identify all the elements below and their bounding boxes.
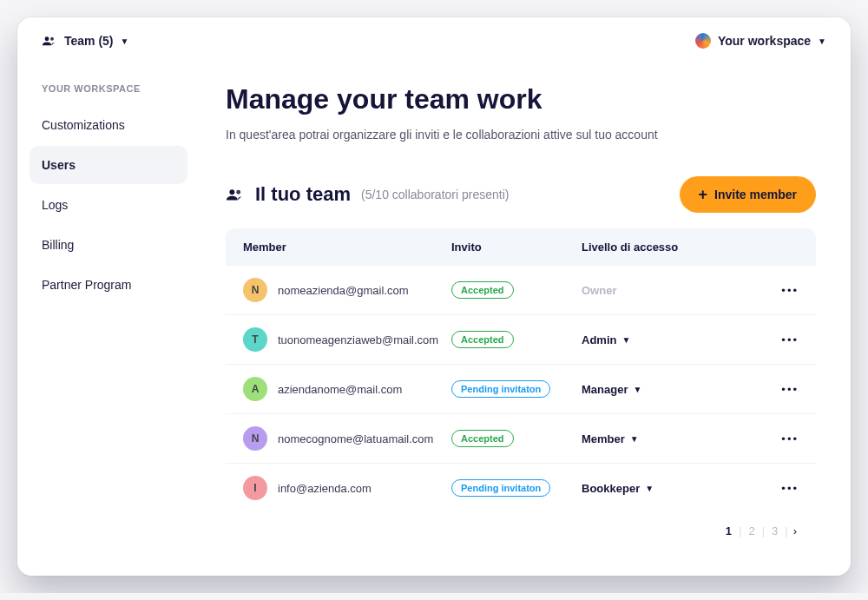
- workspace-avatar-icon: [695, 33, 711, 49]
- table-header-row: Member Invito Livello di accesso: [226, 228, 816, 266]
- page-title: Manage your team work: [226, 83, 816, 115]
- member-cell: Aaziendanome@mail.com: [243, 377, 451, 401]
- sidebar-item-users[interactable]: Users: [30, 146, 187, 184]
- member-email: nomecognome@latuamail.com: [278, 432, 433, 445]
- invite-cell: Pending invitaton: [451, 479, 582, 497]
- access-label: Manager: [582, 383, 628, 396]
- access-label: Member: [582, 432, 625, 445]
- th-invite: Invito: [451, 241, 582, 254]
- member-email: tuonomeagenziaweb@mail.com: [278, 333, 438, 346]
- row-actions-button[interactable]: •••: [764, 284, 799, 297]
- top-bar: Team (5) ▼ Your workspace ▼: [17, 17, 851, 57]
- page-3[interactable]: 3: [770, 524, 779, 537]
- row-actions-button[interactable]: •••: [764, 432, 799, 445]
- avatar: A: [243, 377, 267, 401]
- status-badge: Accepted: [451, 430, 514, 447]
- page-2[interactable]: 2: [746, 524, 756, 537]
- sidebar-item-billing[interactable]: Billing: [30, 226, 187, 264]
- separator: |: [739, 524, 741, 537]
- access-label: Owner: [582, 284, 616, 297]
- access-label: Bookkeper: [582, 482, 640, 495]
- th-actions: [764, 241, 799, 254]
- svg-point-3: [236, 190, 240, 195]
- team-selector[interactable]: Team (5) ▼: [42, 34, 128, 48]
- team-section-title: Il tuo team: [255, 183, 351, 206]
- access-level-selector[interactable]: Admin▼: [582, 333, 764, 346]
- workspace-selector[interactable]: Your workspace ▼: [695, 33, 826, 49]
- member-email: info@azienda.com: [278, 482, 372, 495]
- invite-member-button[interactable]: + Invite member: [680, 176, 816, 213]
- chevron-down-icon: ▼: [121, 36, 129, 46]
- invite-cell: Accepted: [451, 281, 582, 299]
- member-cell: Nnomeazienda@gmail.com: [243, 278, 451, 302]
- svg-point-1: [50, 37, 54, 41]
- avatar: N: [243, 426, 267, 451]
- workspace-label: Your workspace: [718, 34, 811, 48]
- status-badge: Accepted: [451, 331, 514, 348]
- sidebar-item-partner-program[interactable]: Partner Program: [30, 266, 187, 304]
- access-label: Admin: [582, 333, 616, 346]
- table-row: Nnomecognome@latuamail.comAcceptedMember…: [226, 414, 816, 464]
- avatar: N: [243, 278, 267, 302]
- team-selector-label: Team (5): [64, 34, 114, 48]
- invite-cell: Pending invitaton: [451, 380, 582, 398]
- member-cell: Iinfo@azienda.com: [243, 476, 451, 500]
- svg-point-0: [45, 36, 49, 41]
- member-cell: Nnomecognome@latuamail.com: [243, 426, 451, 451]
- row-actions-button[interactable]: •••: [764, 333, 799, 346]
- team-header-left: Il tuo team (5/10 collaboratori presenti…: [226, 183, 509, 206]
- sidebar-item-logs[interactable]: Logs: [30, 186, 187, 224]
- access-level-selector[interactable]: Member▼: [582, 432, 764, 445]
- invite-button-label: Invite member: [714, 188, 797, 201]
- pagination: 1|2|3|›: [226, 512, 816, 541]
- main-content: Manage your team work In quest'area potr…: [200, 57, 851, 576]
- page-subtitle: In quest'area potrai organizzare gli inv…: [226, 128, 816, 142]
- avatar: T: [243, 327, 267, 352]
- people-icon: [226, 188, 245, 201]
- team-section-count: (5/10 collaboratori presenti): [361, 188, 509, 201]
- row-actions-button[interactable]: •••: [764, 482, 799, 495]
- invite-cell: Accepted: [451, 331, 582, 348]
- access-level-selector[interactable]: Manager▼: [582, 383, 764, 396]
- table-row: Nnomeazienda@gmail.comAcceptedOwner•••: [226, 266, 816, 315]
- sidebar-item-customizations[interactable]: Customizations: [30, 106, 187, 144]
- access-level-selector: Owner: [582, 284, 764, 297]
- chevron-down-icon: ▼: [633, 385, 641, 394]
- access-level-selector[interactable]: Bookkeper▼: [582, 482, 764, 495]
- svg-point-2: [229, 189, 234, 195]
- separator: |: [785, 524, 787, 537]
- avatar: I: [243, 476, 267, 500]
- team-header: Il tuo team (5/10 collaboratori presenti…: [226, 176, 816, 213]
- chevron-down-icon: ▼: [621, 335, 630, 345]
- status-badge: Pending invitaton: [451, 380, 550, 398]
- app-window: Team (5) ▼ Your workspace ▼ YOUR WORKSPA…: [17, 17, 851, 576]
- sidebar: YOUR WORKSPACE CustomizationsUsersLogsBi…: [17, 57, 200, 576]
- member-email: nomeazienda@gmail.com: [278, 284, 409, 297]
- chevron-down-icon: ▼: [645, 484, 654, 493]
- table-row: Aaziendanome@mail.comPending invitatonMa…: [226, 365, 816, 414]
- table-row: Ttuonomeagenziaweb@mail.comAcceptedAdmin…: [226, 315, 816, 365]
- people-icon: [42, 35, 57, 47]
- row-actions-button[interactable]: •••: [764, 383, 799, 396]
- next-page-button[interactable]: ›: [793, 524, 797, 537]
- members-table: Member Invito Livello di accesso Nnomeaz…: [226, 228, 816, 512]
- separator: |: [762, 524, 765, 537]
- chevron-down-icon: ▼: [818, 36, 826, 46]
- table-row: Iinfo@azienda.comPending invitatonBookke…: [226, 464, 816, 512]
- status-badge: Accepted: [451, 281, 514, 299]
- sidebar-header: YOUR WORKSPACE: [30, 83, 187, 106]
- member-email: aziendanome@mail.com: [278, 383, 402, 396]
- th-member: Member: [243, 241, 451, 254]
- invite-cell: Accepted: [451, 430, 582, 447]
- plus-icon: +: [699, 187, 708, 202]
- status-badge: Pending invitaton: [451, 479, 550, 497]
- chevron-down-icon: ▼: [630, 434, 639, 444]
- th-access: Livello di accesso: [582, 241, 764, 254]
- page-1[interactable]: 1: [724, 524, 733, 537]
- member-cell: Ttuonomeagenziaweb@mail.com: [243, 327, 451, 352]
- app-body: YOUR WORKSPACE CustomizationsUsersLogsBi…: [17, 57, 851, 576]
